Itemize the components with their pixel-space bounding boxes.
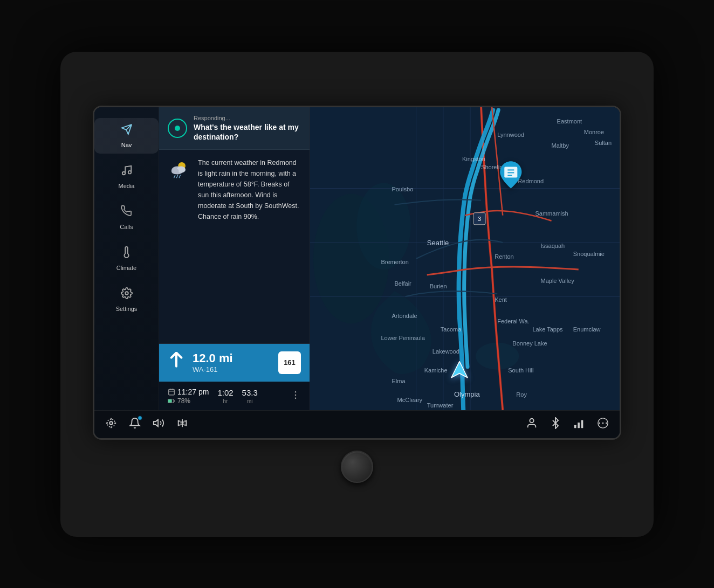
- trip-more-button[interactable]: [290, 390, 301, 403]
- city-eastmont: Eastmont: [557, 118, 582, 124]
- svg-line-8: [177, 175, 178, 178]
- sidebar-item-media[interactable]: Media: [94, 159, 159, 195]
- highway-number-3: 3: [478, 215, 481, 222]
- city-sultan: Sultan: [595, 140, 612, 146]
- svg-point-20: [295, 397, 297, 399]
- control-knob[interactable]: [341, 451, 373, 483]
- city-mccleary: McCleary: [397, 396, 423, 403]
- svg-point-23: [356, 183, 410, 269]
- equalizer-status-icon[interactable]: [176, 417, 188, 431]
- map-svg: Eastmont Monroe Sultan Lynnwood Maltby K…: [310, 107, 620, 410]
- city-bremerton: Bremerton: [381, 259, 408, 265]
- svg-point-1: [128, 170, 131, 174]
- trip-distance: 53.3: [242, 388, 258, 397]
- city-belfair: Belfair: [395, 280, 412, 287]
- sidebar-item-calls[interactable]: Calls: [94, 200, 159, 236]
- sidebar-item-climate[interactable]: Climate: [94, 241, 159, 276]
- voice-bar: Responding... What's the weather like at…: [159, 107, 310, 150]
- city-redmond: Redmond: [518, 177, 544, 184]
- voice-query: What's the weather like at my destinatio…: [194, 122, 301, 142]
- notification-status-icon[interactable]: [129, 417, 141, 431]
- city-lake-tapps: Lake Tapps: [532, 326, 563, 333]
- city-snoqualmie: Snoqualmie: [573, 250, 605, 257]
- nav-distance-value: 12.0 mi: [193, 351, 271, 365]
- trip-duration-label: hr: [223, 398, 228, 404]
- weather-content: The current weather in Redmond is light …: [168, 157, 301, 222]
- more-status-icon[interactable]: [597, 417, 609, 431]
- nav-icon: [121, 123, 133, 139]
- city-lakewood: Lakewood: [432, 348, 459, 354]
- city-south-hill: South Hill: [508, 366, 533, 373]
- nav-distance-info: 12.0 mi WA-161: [193, 351, 271, 373]
- weather-icon: [168, 158, 191, 186]
- voice-status: Responding...: [194, 115, 301, 121]
- screen-bezel: Nav Media: [93, 106, 621, 440]
- svg-text:161: 161: [284, 358, 296, 366]
- trip-battery-pct: 78%: [177, 397, 190, 405]
- city-roy: Roy: [516, 391, 527, 397]
- svg-point-52: [599, 423, 600, 424]
- volume-status-icon[interactable]: [153, 417, 164, 431]
- city-sammamish: Sammamish: [535, 210, 568, 216]
- knob-area: [341, 451, 373, 483]
- settings-label: Settings: [116, 306, 138, 312]
- profile-status-icon[interactable]: [526, 417, 538, 431]
- trip-distance-label: mi: [247, 398, 253, 404]
- city-elma: Elma: [392, 377, 406, 384]
- trip-duration-group: 1:02 hr: [217, 388, 233, 404]
- svg-marker-38: [154, 420, 158, 427]
- city-federal-wa: Federal Wa.: [497, 318, 530, 324]
- screen-content: Nav Media: [94, 107, 620, 410]
- media-icon: [121, 164, 133, 179]
- svg-point-19: [295, 394, 297, 396]
- city-tacoma: Tacoma: [441, 326, 462, 333]
- calls-icon: [121, 205, 133, 220]
- voice-dot: [175, 126, 180, 131]
- city-bonney-lake: Bonney Lake: [512, 340, 547, 346]
- sidebar-item-settings[interactable]: Settings: [94, 282, 159, 317]
- svg-point-53: [602, 423, 604, 424]
- map-area[interactable]: Eastmont Monroe Sultan Lynnwood Maltby K…: [310, 107, 620, 410]
- signal-icon: [573, 417, 585, 429]
- status-bar: [94, 410, 620, 438]
- svg-point-18: [295, 391, 297, 392]
- voice-text: Responding... What's the weather like at…: [194, 115, 301, 142]
- trip-duration: 1:02: [217, 388, 233, 397]
- trip-time-group: 11:27 pm 78%: [168, 388, 209, 405]
- screen: Nav Media: [94, 107, 620, 438]
- weather-response: The current weather in Redmond is light …: [159, 150, 310, 344]
- svg-rect-17: [168, 399, 172, 403]
- svg-point-0: [122, 171, 125, 175]
- nav-label: Nav: [121, 142, 132, 148]
- weather-description: The current weather in Redmond is light …: [198, 157, 301, 222]
- car-frame: Nav Media: [60, 52, 654, 537]
- nav-road-icon-badge: 161: [278, 351, 301, 374]
- city-lynnwood: Lynnwood: [497, 132, 524, 138]
- svg-point-54: [606, 423, 607, 424]
- nav-instruction: 12.0 mi WA-161 161: [159, 344, 310, 382]
- status-left: [105, 417, 526, 431]
- notification-badge: [138, 416, 142, 420]
- city-artondale: Artondale: [392, 313, 417, 319]
- svg-point-37: [107, 419, 115, 427]
- svg-line-9: [179, 175, 180, 178]
- settings-icon: [121, 287, 133, 302]
- city-burien: Burien: [430, 283, 447, 289]
- svg-line-7: [174, 175, 175, 178]
- calls-label: Calls: [120, 224, 133, 230]
- svg-rect-50: [578, 423, 580, 428]
- svg-point-36: [109, 421, 113, 425]
- nav-arrow-icon: [168, 352, 185, 373]
- status-right: [526, 417, 609, 431]
- bluetooth-status-icon[interactable]: [550, 417, 561, 431]
- city-seattle: Seattle: [427, 238, 449, 246]
- city-lower-pen: Lower Peninsula: [381, 334, 425, 341]
- trip-bar: 11:27 pm 78%: [159, 382, 310, 410]
- gps-status-icon[interactable]: [105, 417, 117, 431]
- signal-status-icon[interactable]: [573, 417, 585, 431]
- sidebar-item-nav[interactable]: Nav: [94, 118, 159, 154]
- media-label: Media: [119, 183, 135, 189]
- city-poulsbo: Poulsbo: [392, 185, 414, 192]
- sidebar: Nav Media: [94, 107, 159, 410]
- city-kent: Kent: [495, 296, 507, 303]
